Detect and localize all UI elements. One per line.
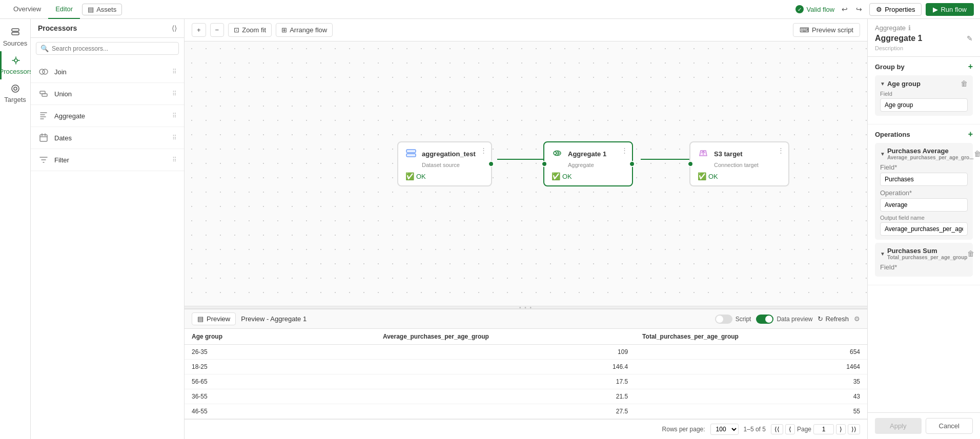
source-right-connector[interactable] bbox=[488, 161, 494, 167]
zoom-in-button[interactable]: + bbox=[192, 23, 206, 37]
page-number-input[interactable] bbox=[813, 424, 834, 434]
settings-button[interactable]: ⚙ bbox=[854, 315, 860, 323]
page-prev-button[interactable]: ⟨ bbox=[785, 424, 795, 434]
processor-search-box: 🔍 bbox=[36, 42, 179, 55]
collapse-panel-button[interactable]: ⟨⟩ bbox=[172, 24, 177, 32]
script-toggle[interactable] bbox=[715, 315, 732, 324]
ok-icon: ✅ bbox=[698, 172, 706, 180]
table-row: 26-35109654 bbox=[185, 345, 867, 360]
tab-assets[interactable]: ▤ Assets bbox=[82, 4, 122, 15]
s3target-left-connector[interactable] bbox=[687, 161, 693, 167]
processor-item-join[interactable]: Join ⠿ bbox=[31, 61, 184, 83]
preview-title: Preview - Aggregate 1 bbox=[241, 315, 307, 323]
pagination-bar: Rows per page: 100 50 25 1–5 of 5 ⟨⟨ ⟨ P… bbox=[185, 419, 867, 439]
arrange-icon: ⊞ bbox=[281, 26, 287, 34]
right-panel-header: Aggregate ℹ Aggregate 1 ✎ Description bbox=[868, 19, 980, 57]
zoom-out-button[interactable]: − bbox=[210, 23, 224, 37]
refresh-button[interactable]: ↻ Refresh bbox=[818, 315, 849, 323]
group-by-field-select[interactable]: Age group Age Name bbox=[880, 98, 968, 112]
svg-point-3 bbox=[12, 85, 19, 92]
drag-handle[interactable]: ⠿ bbox=[172, 156, 177, 163]
flow-node-s3target[interactable]: S3 target ⋮ Connection target ✅ OK bbox=[689, 141, 789, 186]
ok-icon: ✅ bbox=[405, 172, 414, 180]
operation-avg-field-select[interactable]: Purchases Age Name bbox=[880, 173, 968, 186]
aggregate-node-header: Aggregate 1 ⋮ bbox=[552, 148, 625, 160]
edit-title-button[interactable]: ✎ bbox=[967, 34, 973, 43]
data-preview-toggle[interactable] bbox=[756, 315, 773, 324]
cell-age-group: 26-35 bbox=[185, 345, 376, 360]
source-status: ✅ OK bbox=[405, 172, 484, 180]
sidebar-item-targets[interactable]: Targets bbox=[0, 79, 30, 108]
layers-icon: ▤ bbox=[88, 6, 94, 13]
zoom-fit-button[interactable]: ⊡ Zoom fit bbox=[228, 23, 272, 37]
processor-item-dates[interactable]: Dates ⠿ bbox=[31, 127, 184, 149]
sidebar-item-processors[interactable]: Processors bbox=[0, 51, 30, 79]
operation-avg-output-field[interactable] bbox=[880, 222, 968, 236]
s3target-icon bbox=[698, 148, 710, 160]
flow-node-aggregate[interactable]: Aggregate 1 ⋮ Aggregate ✅ OK bbox=[543, 141, 633, 186]
cancel-button[interactable]: Cancel bbox=[926, 418, 973, 434]
group-by-header: Group by + bbox=[875, 62, 973, 71]
delete-group-by-button[interactable]: 🗑 bbox=[961, 79, 968, 88]
cell-age-group: 36-55 bbox=[185, 389, 376, 404]
aggregate-node-menu[interactable]: ⋮ bbox=[621, 147, 628, 154]
drag-handle[interactable]: ⠿ bbox=[172, 112, 177, 119]
aggregate-status: ✅ OK bbox=[552, 172, 625, 180]
delete-operation-sum-button[interactable]: 🗑 bbox=[967, 249, 974, 258]
cell-avg-purchases: 146.4 bbox=[376, 360, 635, 374]
cell-total-purchases: 654 bbox=[635, 345, 867, 360]
table-row: 56-6517.535 bbox=[185, 374, 867, 389]
source-node-menu[interactable]: ⋮ bbox=[480, 147, 487, 154]
aggregate-right-connector[interactable] bbox=[629, 161, 635, 167]
processor-item-aggregate[interactable]: Aggregate ⠿ bbox=[31, 105, 184, 127]
rows-per-page-select[interactable]: 100 50 25 bbox=[710, 424, 739, 435]
page-first-button[interactable]: ⟨⟨ bbox=[771, 424, 783, 434]
processors-title: Processors bbox=[38, 24, 77, 32]
preview-script-button[interactable]: ⌨ Preview script bbox=[793, 23, 860, 37]
script-icon: ⌨ bbox=[800, 26, 809, 34]
run-flow-button[interactable]: ▶ Run flow bbox=[926, 3, 974, 16]
add-operation-button[interactable]: + bbox=[968, 130, 973, 139]
top-bar: Overview Editor ▤ Assets ✓ Valid flow ↩ … bbox=[0, 0, 980, 19]
processor-item-union[interactable]: Union ⠿ bbox=[31, 83, 184, 105]
cell-avg-purchases: 17.5 bbox=[376, 374, 635, 389]
drag-handle[interactable]: ⠿ bbox=[172, 68, 177, 75]
chevron-down-icon: ▼ bbox=[880, 251, 885, 257]
drag-handle[interactable]: ⠿ bbox=[172, 134, 177, 141]
properties-button[interactable]: ⚙ Properties bbox=[869, 3, 922, 16]
preview-tab-icon: ▤ bbox=[197, 315, 203, 323]
cell-total-purchases: 1464 bbox=[635, 360, 867, 374]
add-group-by-button[interactable]: + bbox=[968, 62, 973, 71]
col-header-total-purchases: Total_purchases_per_age_group bbox=[635, 329, 867, 345]
script-toggle-group: Script bbox=[715, 315, 751, 324]
redo-button[interactable]: ↪ bbox=[853, 3, 865, 15]
aggregate-left-connector[interactable] bbox=[541, 161, 547, 167]
tab-overview[interactable]: Overview bbox=[6, 0, 48, 19]
preview-tab[interactable]: ▤ Preview bbox=[192, 312, 236, 325]
apply-button[interactable]: Apply bbox=[875, 418, 922, 434]
sidebar-item-sources[interactable]: Sources bbox=[0, 23, 30, 51]
processor-search-input[interactable] bbox=[52, 45, 174, 52]
right-panel-title-row: Aggregate 1 ✎ bbox=[875, 34, 973, 43]
cell-avg-purchases: 21.5 bbox=[376, 389, 635, 404]
page-last-button[interactable]: ⟩⟩ bbox=[848, 424, 860, 434]
canvas-toolbar: + − ⊡ Zoom fit ⊞ Arrange flow ⌨ Preview … bbox=[185, 19, 867, 41]
processor-item-filter[interactable]: Filter ⠿ bbox=[31, 149, 184, 171]
valid-flow-indicator: ✓ Valid flow bbox=[795, 5, 834, 13]
s3target-node-menu[interactable]: ⋮ bbox=[778, 147, 784, 154]
aggregate-title: Aggregate 1 bbox=[875, 34, 922, 43]
cell-total-purchases: 43 bbox=[635, 389, 867, 404]
arrange-flow-button[interactable]: ⊞ Arrange flow bbox=[276, 23, 333, 37]
page-next-button[interactable]: ⟩ bbox=[836, 424, 846, 434]
drag-handle[interactable]: ⠿ bbox=[172, 90, 177, 97]
undo-button[interactable]: ↩ bbox=[839, 3, 851, 15]
delete-operation-avg-button[interactable]: 🗑 bbox=[974, 150, 980, 158]
flow-node-source[interactable]: aggregation_test ⋮ Dataset source ✅ OK bbox=[397, 141, 492, 186]
data-preview-toggle-group: Data preview bbox=[756, 315, 812, 324]
operation-avg-operation-select[interactable]: Average Sum Count Min Max bbox=[880, 198, 968, 212]
data-table-scroll[interactable]: Age group Average_purchases_per_age_grou… bbox=[185, 329, 867, 419]
zoom-fit-icon: ⊡ bbox=[234, 26, 239, 34]
tab-editor[interactable]: Editor bbox=[48, 0, 80, 19]
play-icon: ▶ bbox=[933, 6, 938, 13]
group-by-section: Group by + ▼ Age group 🗑 Field Age group… bbox=[868, 57, 980, 124]
